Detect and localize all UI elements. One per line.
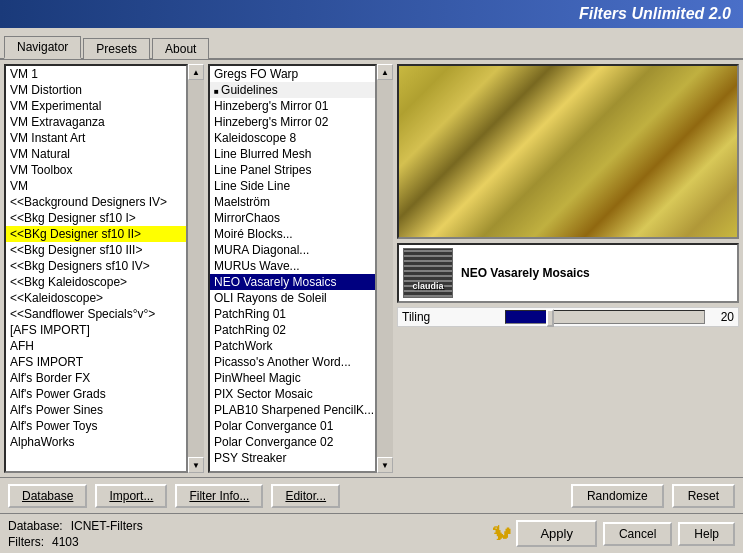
mid-scroll-track [377,80,393,457]
middle-item[interactable]: PLAB10 Sharpened PencilK... [210,402,375,418]
filter-thumbnail: claudia [403,248,453,298]
middle-item[interactable]: Line Side Line [210,178,375,194]
list-item[interactable]: <<Bkg Designer sf10 I> [6,210,186,226]
list-item[interactable]: <<Bkg Kaleidoscope> [6,274,186,290]
middle-item[interactable]: Polar Convergance 01 [210,418,375,434]
filter-name: NEO Vasarely Mosaics [461,266,590,280]
database-button[interactable]: Database [8,484,87,508]
middle-item[interactable]: PatchRing 02 [210,322,375,338]
list-item[interactable]: VM Toolbox [6,162,186,178]
middle-item[interactable]: Gregs FO Warp [210,66,375,82]
filters-value: 4103 [52,535,79,549]
filter-info-box: claudia NEO Vasarely Mosaics [397,243,739,303]
list-item[interactable]: VM Instant Art [6,130,186,146]
apply-arrow-icon: 🐿 [492,522,512,545]
tiling-slider[interactable] [505,310,705,324]
left-panel: VM 1 VM Distortion VM Experimental VM Ex… [4,64,188,473]
right-panel: claudia NEO Vasarely Mosaics Tiling 20 [397,64,739,473]
middle-item[interactable]: Line Panel Stripes [210,162,375,178]
list-item[interactable]: VM Experimental [6,98,186,114]
main-content: VM 1 VM Distortion VM Experimental VM Ex… [0,60,743,477]
middle-item[interactable]: Maelström [210,194,375,210]
list-item[interactable]: Alf's Border FX [6,370,186,386]
help-button[interactable]: Help [678,522,735,546]
middle-item[interactable]: Picasso's Another Word... [210,354,375,370]
tab-presets[interactable]: Presets [83,38,150,59]
list-item[interactable]: VM Extravaganza [6,114,186,130]
list-item[interactable]: VM Distortion [6,82,186,98]
scroll-track [188,80,204,457]
database-label: Database: [8,519,63,533]
filter-info-button[interactable]: Filter Info... [175,484,263,508]
middle-item[interactable]: OLI Rayons de Soleil [210,290,375,306]
middle-item[interactable]: Moiré Blocks... [210,226,375,242]
import-button[interactable]: Import... [95,484,167,508]
tiling-label: Tiling [402,310,501,324]
apply-button[interactable]: Apply [516,520,597,547]
list-item[interactable]: AlphaWorks [6,434,186,450]
reset-button[interactable]: Reset [672,484,735,508]
status-bar: Database: ICNET-Filters Filters: 4103 🐿 … [0,513,743,553]
status-action-buttons: 🐿 Apply Cancel Help [492,520,735,547]
scroll-up-btn[interactable]: ▲ [188,64,204,80]
list-item[interactable]: VM [6,178,186,194]
middle-item-line-blurred-mesh[interactable]: Line Blurred Mesh [210,146,375,162]
list-item[interactable]: Alf's Power Toys [6,418,186,434]
bottom-button-bar: Database Import... Filter Info... Editor… [0,477,743,513]
randomize-button[interactable]: Randomize [571,484,664,508]
tab-bar: Navigator Presets About [0,28,743,60]
list-item[interactable]: Alf's Power Sines [6,402,186,418]
middle-scrollbar: ▲ ▼ [377,64,393,473]
mid-scroll-down-btn[interactable]: ▼ [377,457,393,473]
middle-item[interactable]: Polar Convergance 02 [210,434,375,450]
middle-item-neo-vasarely[interactable]: NEO Vasarely Mosaics 🐿 [210,274,375,290]
list-item[interactable]: <<Background Designers IV> [6,194,186,210]
status-filters-row: Filters: 4103 [8,535,143,549]
list-item[interactable]: <<Sandflower Specials°v°> [6,306,186,322]
apply-wrapper: 🐿 Apply [492,520,597,547]
scroll-down-btn[interactable]: ▼ [188,457,204,473]
list-item[interactable]: VM Natural [6,146,186,162]
list-item[interactable]: <<Kaleidoscope> [6,290,186,306]
middle-item[interactable]: Hinzeberg's Mirror 01 [210,98,375,114]
editor-button[interactable]: Editor... [271,484,340,508]
list-item[interactable]: <<Bkg Designers sf10 IV> [6,258,186,274]
tiling-row: Tiling 20 [397,307,739,327]
list-item[interactable]: <<Bkg Designer sf10 III> [6,242,186,258]
list-item[interactable]: <<BKg Designer sf10 II> 🐿 [6,226,186,242]
middle-item[interactable]: PSY Streaker [210,450,375,466]
middle-item[interactable]: Hinzeberg's Mirror 02 [210,114,375,130]
app-window: Filters Unlimited 2.0 Navigator Presets … [0,0,743,553]
tab-navigator[interactable]: Navigator [4,36,81,59]
cancel-button[interactable]: Cancel [603,522,672,546]
middle-item[interactable]: PatchRing 01 [210,306,375,322]
middle-panel: Gregs FO Warp Guidelines Hinzeberg's Mir… [208,64,377,473]
list-item[interactable]: VM 1 [6,66,186,82]
middle-item-patchwork[interactable]: PatchWork [210,338,375,354]
mid-scroll-up-btn[interactable]: ▲ [377,64,393,80]
middle-item[interactable]: PinWheel Magic [210,370,375,386]
database-value: ICNET-Filters [71,519,143,533]
left-scrollbar: ▲ ▼ [188,64,204,473]
status-info: Database: ICNET-Filters Filters: 4103 [8,519,143,549]
middle-item[interactable]: MURA Diagonal... [210,242,375,258]
list-item[interactable]: [AFS IMPORT] [6,322,186,338]
status-database-row: Database: ICNET-Filters [8,519,143,533]
middle-item[interactable]: Kaleidoscope 8 [210,130,375,146]
list-item[interactable]: AFS IMPORT [6,354,186,370]
preview-image [397,64,739,239]
title-bar: Filters Unlimited 2.0 [0,0,743,28]
list-item[interactable]: AFH [6,338,186,354]
middle-item-group[interactable]: Guidelines [210,82,375,98]
tab-about[interactable]: About [152,38,209,59]
middle-item[interactable]: MURUs Wave... [210,258,375,274]
title-text: Filters Unlimited 2.0 [579,5,731,23]
middle-item[interactable]: MirrorChaos [210,210,375,226]
middle-item[interactable]: PIX Sector Mosaic [210,386,375,402]
tiling-value: 20 [709,310,734,324]
list-item[interactable]: Alf's Power Grads [6,386,186,402]
filters-label: Filters: [8,535,44,549]
